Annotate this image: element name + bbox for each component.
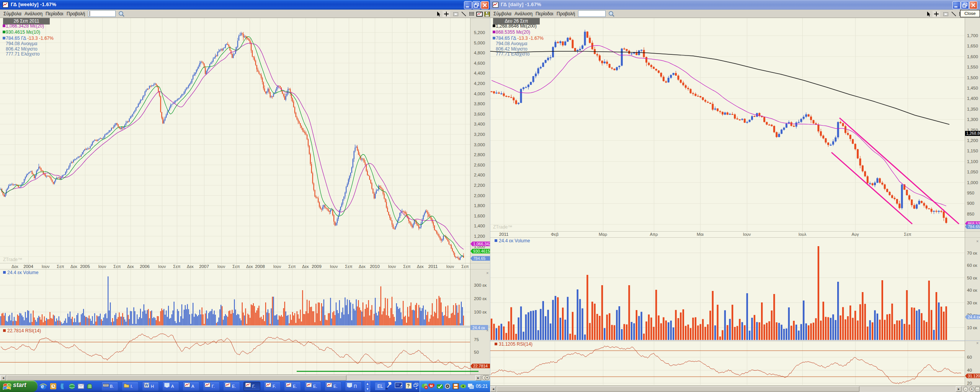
- svg-text:1,000: 1,000: [967, 180, 978, 185]
- svg-text:1,066.342: 1,066.342: [473, 242, 490, 246]
- svg-text:3,200: 3,200: [474, 132, 485, 137]
- svg-text:×: ×: [486, 328, 488, 333]
- svg-text:Σεπ: Σεπ: [461, 264, 469, 269]
- svg-text:22.7814 RSI(14): 22.7814 RSI(14): [7, 328, 41, 333]
- svg-text:Μαρ: Μαρ: [599, 232, 607, 237]
- svg-text:Σεπ: Σεπ: [232, 264, 240, 269]
- svg-text:794.08 Ανοιγμα: 794.08 Ανοιγμα: [6, 41, 37, 46]
- svg-text:794.08 Ανοιγμα: 794.08 Ανοιγμα: [496, 41, 527, 46]
- svg-text:Δεκ: Δεκ: [302, 264, 309, 269]
- svg-text:300 εκ: 300 εκ: [474, 283, 487, 287]
- svg-text:50: 50: [474, 350, 479, 354]
- svg-text:24.4 εκ: 24.4 εκ: [472, 325, 485, 330]
- svg-text:1,150: 1,150: [967, 149, 978, 153]
- svg-text:Μαι: Μαι: [697, 232, 704, 237]
- svg-text:1,600: 1,600: [474, 214, 485, 218]
- svg-text:2010: 2010: [370, 264, 380, 269]
- svg-text:3,600: 3,600: [474, 112, 485, 116]
- svg-text:2,400: 2,400: [474, 173, 485, 177]
- svg-text:Σεπ: Σεπ: [904, 232, 911, 237]
- svg-text:5,000: 5,000: [474, 41, 485, 45]
- svg-text:Δεκ: Δεκ: [127, 264, 134, 269]
- svg-text:1,268.864: 1,268.864: [966, 131, 980, 136]
- svg-text:×: ×: [976, 239, 978, 243]
- svg-text:2007: 2007: [199, 264, 209, 269]
- svg-text:1,200: 1,200: [474, 234, 485, 238]
- svg-text:1,066.3428 Με(20): 1,066.3428 Με(20): [6, 23, 44, 29]
- svg-text:M: M: [430, 384, 433, 388]
- svg-text:Δεκ: Δεκ: [70, 264, 77, 269]
- svg-text:2004: 2004: [23, 264, 33, 269]
- svg-text:2009: 2009: [312, 264, 322, 269]
- svg-text:930.4615: 930.4615: [473, 249, 490, 253]
- svg-text:Ιουν: Ιουν: [388, 264, 396, 269]
- svg-text:1,200: 1,200: [967, 138, 978, 143]
- svg-text:Δεκ: Δεκ: [417, 264, 424, 269]
- svg-text:Απρ: Απρ: [650, 232, 658, 237]
- svg-text:2,200: 2,200: [474, 183, 485, 188]
- svg-text:1,400: 1,400: [474, 224, 485, 228]
- svg-text:×: ×: [976, 341, 978, 345]
- svg-text:806.42 Μέγιστο: 806.42 Μέγιστο: [6, 46, 38, 52]
- svg-text:784.65 ΓΔ -13.3 -1.67%: 784.65 ΓΔ -13.3 -1.67%: [6, 36, 54, 41]
- svg-text:22.7814: 22.7814: [473, 364, 488, 368]
- svg-text:Φεβ: Φεβ: [551, 232, 559, 237]
- svg-text:W: W: [145, 383, 149, 387]
- svg-text:Δεκ: Δεκ: [11, 264, 18, 269]
- svg-text:50 εκ: 50 εκ: [967, 276, 977, 280]
- svg-text:26 Σεπ 2011: 26 Σεπ 2011: [14, 18, 39, 24]
- svg-text:100 εκ: 100 εκ: [474, 310, 487, 314]
- svg-text:75: 75: [474, 337, 479, 342]
- svg-text:1,650: 1,650: [967, 44, 978, 48]
- svg-text:4,800: 4,800: [474, 51, 485, 55]
- svg-text:Ιουν: Ιουν: [217, 264, 225, 269]
- svg-text:1,600: 1,600: [967, 54, 978, 59]
- svg-text:777.71 Ελάχιστο: 777.71 Ελάχιστο: [496, 51, 530, 57]
- svg-text:850: 850: [967, 212, 974, 216]
- svg-text:40: 40: [967, 368, 972, 372]
- svg-text:868.5355 Με(20): 868.5355 Με(20): [496, 29, 530, 35]
- svg-text:4,200: 4,200: [474, 81, 485, 86]
- svg-text:1,400: 1,400: [967, 96, 978, 101]
- svg-text:Ιουν: Ιουν: [42, 264, 50, 269]
- svg-text:200 εκ: 200 εκ: [474, 296, 487, 301]
- svg-text:ZTrade™: ZTrade™: [493, 224, 512, 230]
- svg-text:930.4615 Με(10): 930.4615 Με(10): [6, 29, 40, 35]
- svg-text:31.1205 RSI(14): 31.1205 RSI(14): [499, 341, 532, 347]
- svg-text:Σεπ: Σεπ: [288, 264, 296, 269]
- svg-text:Σεπ: Σεπ: [113, 264, 121, 269]
- svg-text:Σεπ: Σεπ: [403, 264, 411, 269]
- svg-text:4,000: 4,000: [474, 91, 485, 96]
- svg-text:1,550: 1,550: [967, 65, 978, 69]
- svg-text:Ιουν: Ιουν: [98, 264, 106, 269]
- svg-text:2006: 2006: [140, 264, 150, 269]
- svg-text:Ιουλ: Ιουλ: [799, 232, 807, 237]
- svg-text:784.65: 784.65: [473, 256, 485, 261]
- svg-text:24.4 εκ Volume: 24.4 εκ Volume: [499, 238, 530, 243]
- svg-text:Δεκ: Δεκ: [187, 264, 194, 269]
- svg-text:60 εκ: 60 εκ: [967, 263, 977, 268]
- svg-text:70 εκ: 70 εκ: [967, 251, 977, 255]
- svg-text:?: ?: [407, 383, 410, 389]
- svg-text:Ιουν: Ιουν: [743, 232, 751, 237]
- svg-text:Σεπ: Σεπ: [173, 264, 181, 269]
- svg-text:24.4 εκ: 24.4 εκ: [968, 315, 980, 319]
- svg-text:Σεπ: Σεπ: [345, 264, 353, 269]
- svg-text:31.1205: 31.1205: [968, 374, 980, 378]
- svg-text:1,500: 1,500: [967, 75, 978, 80]
- svg-text:Αυγ: Αυγ: [852, 232, 859, 237]
- svg-text:4,600: 4,600: [474, 61, 485, 65]
- svg-text:3,400: 3,400: [474, 122, 485, 126]
- svg-text:×: ×: [486, 271, 488, 275]
- svg-text:Δεκ: Δεκ: [246, 264, 253, 269]
- svg-text:3,000: 3,000: [474, 142, 485, 147]
- svg-text:1,100: 1,100: [967, 159, 978, 164]
- svg-text:777.71 Ελάχιστο: 777.71 Ελάχιστο: [6, 51, 40, 57]
- svg-text:60: 60: [967, 355, 972, 359]
- svg-text:4,400: 4,400: [474, 71, 485, 75]
- svg-text:Δευ 26 Σεπ: Δευ 26 Σεπ: [505, 18, 528, 24]
- svg-text:2011: 2011: [499, 232, 509, 237]
- svg-text:2,000: 2,000: [474, 193, 485, 198]
- svg-text:Σεπ: Σεπ: [57, 264, 64, 269]
- svg-text:2008: 2008: [255, 264, 265, 269]
